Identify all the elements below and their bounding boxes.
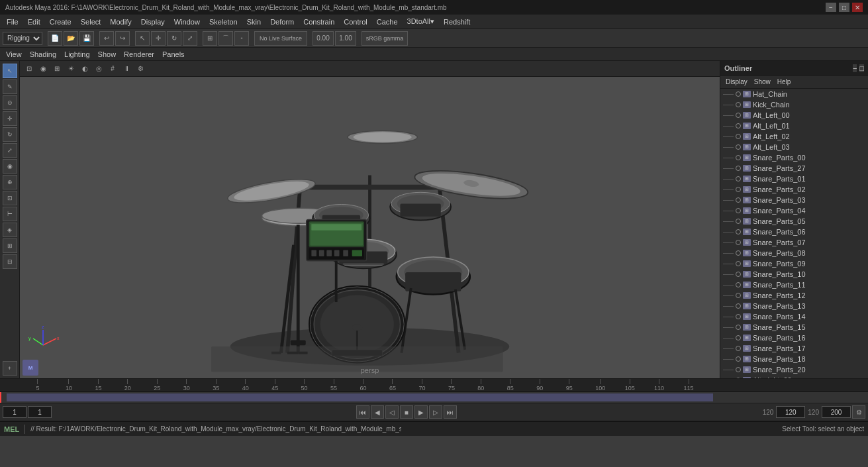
move-tool-lt[interactable]: ✛ xyxy=(3,111,17,126)
outliner-menu-show[interactable]: Show xyxy=(751,78,773,86)
save-file-button[interactable]: 💾 xyxy=(79,31,94,46)
outliner-item[interactable]: ⊞Snare_Parts_07 xyxy=(720,237,868,248)
rotate-tool-button[interactable]: ↻ xyxy=(167,31,181,46)
outliner-item[interactable]: ⊞Snare_Parts_04 xyxy=(720,205,868,216)
play-back-button[interactable]: ◁ xyxy=(385,405,399,419)
outliner-item[interactable]: ⊞Snare_Parts_14 xyxy=(720,311,868,322)
anim-settings-button[interactable]: ⚙ xyxy=(852,405,865,419)
menubar-item-file[interactable]: File xyxy=(3,17,23,27)
start-frame-input[interactable] xyxy=(3,406,26,418)
move-tool-button[interactable]: ✛ xyxy=(151,31,166,46)
view-menu-show[interactable]: Show xyxy=(95,50,120,59)
play-forward-button[interactable]: ▶ xyxy=(414,405,428,419)
minimize-button[interactable]: − xyxy=(826,3,836,12)
outliner-maximize-button[interactable]: □ xyxy=(859,64,864,72)
outliner-item[interactable]: ⊞Snare_Parts_11 xyxy=(720,280,868,290)
float-val-2[interactable]: 1.00 xyxy=(335,31,356,46)
outliner-item[interactable]: ⊞Snare_Parts_08 xyxy=(720,248,868,258)
select-tool-button[interactable]: ↖ xyxy=(135,31,150,46)
view-menu-shading[interactable]: Shading xyxy=(26,50,60,59)
ik-tool-lt[interactable]: ⊢ xyxy=(3,207,17,221)
menubar-item-select[interactable]: Select xyxy=(77,17,105,27)
rigging-select[interactable]: Rigging xyxy=(3,32,42,45)
outliner-menu-help[interactable]: Help xyxy=(775,78,794,86)
menubar-item-deform[interactable]: Deform xyxy=(266,17,298,27)
outliner-item[interactable]: ⊞Snare_Parts_05 xyxy=(720,216,868,227)
playhead[interactable] xyxy=(0,392,1,403)
snap-curve-button[interactable]: ⌒ xyxy=(218,31,233,46)
outliner-item[interactable]: ⊞Snare_Parts_09 xyxy=(720,258,868,269)
gamma-select[interactable]: sRGB gamma xyxy=(362,31,408,46)
select-tool-lt[interactable]: ↖ xyxy=(3,64,17,78)
max-frame-input[interactable] xyxy=(822,406,851,418)
prev-keyframe-button[interactable]: ⏮ xyxy=(356,405,369,419)
menubar-item-display[interactable]: Display xyxy=(137,17,169,27)
view-menu-renderer[interactable]: Renderer xyxy=(121,50,158,59)
outliner-item[interactable]: ⊞Kick_Chain xyxy=(720,99,868,110)
view-menu-lighting[interactable]: Lighting xyxy=(61,50,93,59)
menubar-item-modify[interactable]: Modify xyxy=(106,17,135,27)
joint-tool-lt[interactable]: ⊡ xyxy=(3,191,17,205)
menubar-item-redshift[interactable]: Redshift xyxy=(440,17,474,27)
view-menu-panels[interactable]: Panels xyxy=(159,50,188,59)
menubar-item-window[interactable]: Window xyxy=(170,17,204,27)
undo-button[interactable]: ↩ xyxy=(99,31,114,46)
menubar-item-edit[interactable]: Edit xyxy=(24,17,44,27)
scale-tool-button[interactable]: ⤢ xyxy=(183,31,197,46)
paint-weights-lt[interactable]: ⊞ xyxy=(3,238,17,253)
outliner-item[interactable]: ⊞Snare_Parts_13 xyxy=(720,301,868,311)
rotate-tool-lt[interactable]: ↻ xyxy=(3,127,17,142)
show-manips-lt[interactable]: ⊕ xyxy=(3,175,17,189)
paint-tool-lt[interactable]: ✎ xyxy=(3,79,17,94)
lasso-tool-lt[interactable]: ⊝ xyxy=(3,95,17,110)
stop-button[interactable]: ■ xyxy=(400,405,413,419)
menubar-item-create[interactable]: Create xyxy=(46,17,75,27)
outliner-item[interactable]: ⊞Snare_Parts_27 xyxy=(720,163,868,174)
outliner-item[interactable]: ⊞Snare_Parts_12 xyxy=(720,290,868,301)
outliner-item[interactable]: ⊞Snare_Parts_03 xyxy=(720,195,868,205)
outliner-item[interactable]: ⊞Snare_Parts_01 xyxy=(720,174,868,184)
render-lt[interactable]: ⊟ xyxy=(3,254,17,269)
timeline-ruler[interactable]: 5101520253035404550556065707580859095100… xyxy=(0,379,868,392)
next-keyframe-button[interactable]: ⏭ xyxy=(444,405,457,419)
step-forward-button[interactable]: ▷ xyxy=(429,405,442,419)
outliner-item[interactable]: ⊞Snare_Parts_17 xyxy=(720,343,868,354)
menubar-item-skeleton[interactable]: Skeleton xyxy=(205,17,242,27)
soft-mod-lt[interactable]: ◉ xyxy=(3,159,17,174)
close-button[interactable]: ✕ xyxy=(852,3,863,12)
outliner-minimize-button[interactable]: − xyxy=(853,64,857,72)
menubar-item-dtoall[interactable]: 3DtoAll▾ xyxy=(403,16,438,27)
float-val-1[interactable]: 0.00 xyxy=(313,31,334,46)
outliner-item[interactable]: ⊞Snare_Parts_15 xyxy=(720,322,868,333)
outliner-menu-display[interactable]: Display xyxy=(723,78,750,86)
outliner-item[interactable]: ⊞Alt_Left_03 xyxy=(720,142,868,152)
menubar-item-cache[interactable]: Cache xyxy=(373,17,402,27)
view-menu-view[interactable]: View xyxy=(3,50,25,59)
end-frame-input[interactable] xyxy=(776,406,805,418)
outliner-item[interactable]: ⊞Hat_Chain xyxy=(720,89,868,99)
outliner-item[interactable]: ⊞Snare_Parts_02 xyxy=(720,184,868,195)
scale-tool-lt[interactable]: ⤢ xyxy=(3,143,17,158)
outliner-item[interactable]: ⊞Snare_Parts_10 xyxy=(720,269,868,280)
outliner-item[interactable]: ⊞Snare_Parts_06 xyxy=(720,227,868,237)
outliner-item[interactable]: ⊞Snare_Parts_00 xyxy=(720,152,868,163)
settings-lt[interactable]: + xyxy=(3,361,17,376)
current-frame-input[interactable] xyxy=(28,406,52,418)
outliner-item[interactable]: ⊞Alt_Left_02 xyxy=(720,131,868,142)
menubar-item-control[interactable]: Control xyxy=(340,17,371,27)
menubar-item-skin[interactable]: Skin xyxy=(243,17,265,27)
snap-point-button[interactable]: ◦ xyxy=(234,31,249,46)
outliner-item[interactable]: ⊞Snare_Parts_16 xyxy=(720,333,868,343)
viewport[interactable]: ⊡ ◉ ⊞ ☀ ◐ ◎ # Ⅱ ⚙ xyxy=(20,61,720,378)
new-file-button[interactable]: 📄 xyxy=(48,31,62,46)
redo-button[interactable]: ↪ xyxy=(115,31,130,46)
menubar-item-constrain[interactable]: Constrain xyxy=(299,17,338,27)
outliner-item[interactable]: ⊞Alt_Left_01 xyxy=(720,121,868,131)
outliner-item[interactable]: ⊞Alt_Left_00 xyxy=(720,110,868,121)
no-live-surface-button[interactable]: No Live Surface xyxy=(254,31,307,46)
step-back-button[interactable]: ◀ xyxy=(371,405,384,419)
outliner-item[interactable]: ⊞Alt_right_00 xyxy=(720,375,868,378)
cloth-lt[interactable]: ◈ xyxy=(3,223,17,237)
outliner-item[interactable]: ⊞Snare_Parts_20 xyxy=(720,364,868,375)
outliner-item[interactable]: ⊞Snare_Parts_18 xyxy=(720,354,868,364)
